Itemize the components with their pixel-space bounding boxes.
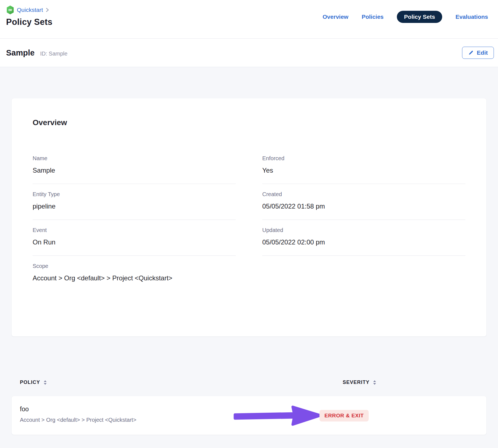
- field-value: 05/05/2022 02:00 pm: [262, 238, 465, 246]
- column-header-severity[interactable]: SEVERITY: [343, 380, 376, 385]
- field-label: Scope: [33, 263, 236, 269]
- project-hexagon-infinity-icon: ∞: [6, 5, 14, 15]
- field-event: Event On Run: [33, 220, 236, 256]
- main-content: Overview Name Sample Entity Type pipelin…: [0, 98, 498, 435]
- policy-name: foo: [20, 405, 136, 413]
- page-title: Policy Sets: [6, 17, 53, 27]
- sort-icon: [373, 380, 376, 385]
- breadcrumb-project-link[interactable]: Quickstart: [17, 7, 43, 13]
- edit-button-label: Edit: [477, 49, 488, 56]
- field-scope: Scope Account > Org <default> > Project …: [33, 256, 236, 291]
- policy-scope: Account > Org <default> > Project <Quick…: [20, 417, 136, 423]
- column-header-policy-label: POLICY: [20, 380, 40, 385]
- pencil-icon: [468, 50, 474, 56]
- policies-table-header: POLICY SEVERITY: [12, 378, 486, 389]
- entity-header: Sample ID: Sample Edit: [0, 39, 498, 67]
- section-nav: Overview Policies Policy Sets Evaluation…: [323, 10, 488, 23]
- annotation-arrow-icon: [233, 403, 324, 429]
- severity-badge: ERROR & EXIT: [319, 410, 369, 421]
- field-label: Entity Type: [33, 191, 236, 197]
- policy-set-name: Sample: [6, 48, 35, 57]
- field-name: Name Sample: [33, 148, 236, 184]
- field-entity-type: Entity Type pipeline: [33, 184, 236, 220]
- field-value: Account > Org <default> > Project <Quick…: [33, 274, 236, 282]
- tab-overview[interactable]: Overview: [323, 14, 348, 20]
- tab-policies[interactable]: Policies: [362, 14, 384, 20]
- row-name-block: foo Account > Org <default> > Project <Q…: [20, 405, 136, 423]
- tab-policy-sets-active[interactable]: Policy Sets: [397, 11, 442, 23]
- overview-left-column: Name Sample Entity Type pipeline Event O…: [33, 148, 236, 291]
- column-header-policy[interactable]: POLICY: [20, 380, 47, 385]
- tab-evaluations[interactable]: Evaluations: [455, 14, 488, 20]
- field-enforced: Enforced Yes: [262, 148, 465, 184]
- field-value: pipeline: [33, 202, 236, 210]
- entity-title-wrap: Sample ID: Sample: [6, 48, 67, 57]
- overview-card: Overview Name Sample Entity Type pipelin…: [12, 98, 486, 336]
- field-value: Yes: [262, 167, 465, 174]
- field-label: Updated: [262, 227, 465, 233]
- svg-text:∞: ∞: [8, 7, 12, 13]
- chevron-right-icon: [46, 7, 49, 13]
- overview-fields-grid: Name Sample Entity Type pipeline Event O…: [33, 148, 465, 291]
- overview-card-title: Overview: [33, 118, 465, 127]
- column-header-severity-label: SEVERITY: [343, 380, 369, 385]
- title-block: ∞ Quickstart Policy Sets: [6, 0, 53, 38]
- top-header: ∞ Quickstart Policy Sets Overview Polici…: [0, 0, 498, 39]
- field-value: On Run: [33, 238, 236, 246]
- field-value: Sample: [33, 167, 236, 174]
- overview-right-column: Enforced Yes Created 05/05/2022 01:58 pm…: [262, 148, 465, 291]
- field-label: Enforced: [262, 155, 465, 162]
- policy-set-id: ID: Sample: [40, 51, 67, 57]
- table-row-policy-foo[interactable]: foo Account > Org <default> > Project <Q…: [12, 396, 486, 435]
- field-created: Created 05/05/2022 01:58 pm: [262, 184, 465, 220]
- breadcrumb: ∞ Quickstart: [6, 5, 53, 15]
- field-updated: Updated 05/05/2022 02:00 pm: [262, 220, 465, 256]
- field-label: Event: [33, 227, 236, 233]
- field-label: Created: [262, 191, 465, 197]
- edit-button[interactable]: Edit: [462, 47, 494, 59]
- sort-icon: [43, 380, 47, 385]
- field-label: Name: [33, 155, 236, 162]
- field-value: 05/05/2022 01:58 pm: [262, 202, 465, 210]
